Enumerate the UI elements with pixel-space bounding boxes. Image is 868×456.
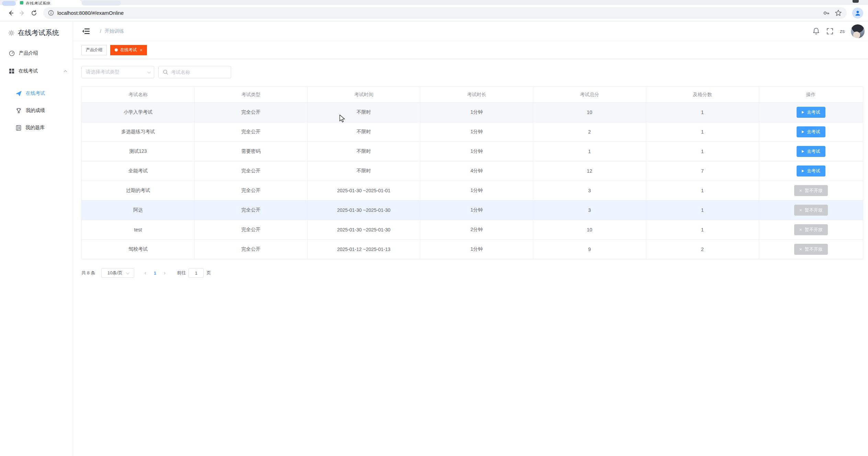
cell-type: 完全公开: [195, 181, 308, 201]
cell-duration: 1分钟: [420, 201, 533, 220]
cell-total: 2: [533, 122, 646, 142]
next-page-button[interactable]: ›: [160, 270, 169, 276]
cell-total: 10: [533, 220, 646, 240]
cell-type: 需要密码: [195, 142, 308, 161]
cell-total: 3: [533, 181, 646, 201]
cell-time: 不限时: [308, 103, 421, 122]
sidebar-item-label: 我的成绩: [26, 107, 45, 114]
cell-total: 9: [533, 240, 646, 259]
table-row[interactable]: 多选题练习考试完全公开不限时1分钟21去考试: [82, 122, 863, 142]
sidebar-item-online-exam-parent[interactable]: 在线考试: [0, 62, 73, 80]
table-header: 考试名称 考试类型 考试时间 考试时长 考试总分 及格分数 操作: [82, 87, 863, 103]
cell-time: 2025-01-30 ~2025-01-01: [308, 181, 421, 201]
bell-icon[interactable]: [812, 27, 820, 35]
site-info-icon[interactable]: [48, 10, 54, 16]
hamburger-fold-icon[interactable]: [82, 27, 90, 35]
cell-time: 不限时: [308, 142, 421, 161]
fullscreen-icon[interactable]: [826, 27, 834, 35]
table-row[interactable]: 全能考试完全公开不限时4分钟127去考试: [82, 161, 863, 181]
password-key-icon[interactable]: [822, 9, 830, 17]
sidebar-item-my-question-bank[interactable]: 我的题库: [0, 119, 73, 136]
column-header: 及格分数: [646, 87, 759, 103]
breadcrumb-separator: /: [100, 28, 101, 34]
cell-name: 小学入学考试: [82, 103, 195, 122]
page-size-select[interactable]: 10条/页: [101, 268, 134, 278]
new-tab-button[interactable]: [82, 1, 121, 5]
navbar: / 开始训练 zs: [73, 21, 868, 41]
tag-product-intro[interactable]: 产品介绍: [81, 45, 107, 55]
tab-title: 在线考试系统: [26, 1, 50, 5]
tab-search-button[interactable]: [2, 1, 16, 6]
go-exam-button[interactable]: 去考试: [797, 166, 825, 176]
sidebar-item-my-scores[interactable]: 我的成绩: [0, 102, 73, 119]
cell-total: 12: [533, 161, 646, 181]
cell-name: 多选题练习考试: [82, 122, 195, 142]
play-icon: [802, 150, 804, 153]
exam-type-select[interactable]: 请选择考试类型: [81, 66, 154, 78]
breadcrumb: / 开始训练: [100, 28, 124, 34]
cell-action: ×暂不开放: [759, 240, 863, 259]
url-bar[interactable]: localhost:8080/#/examOnline: [43, 7, 847, 19]
sidebar-item-product-intro[interactable]: 产品介绍: [0, 44, 73, 62]
cell-name: 阿达: [82, 201, 195, 220]
table-row[interactable]: 测试123需要密码不限时1分钟11去考试: [82, 142, 863, 161]
reload-button[interactable]: [28, 7, 40, 19]
table-row[interactable]: 过期的考试完全公开2025-01-30 ~2025-01-011分钟31×暂不开…: [82, 181, 863, 201]
cell-duration: 1分钟: [420, 103, 533, 122]
sidebar-item-label: 在线考试: [19, 68, 38, 74]
active-dot-icon: [115, 48, 118, 52]
column-header: 考试时间: [308, 87, 421, 103]
tag-label: 在线考试: [120, 47, 137, 53]
not-open-button[interactable]: ×暂不开放: [794, 205, 828, 216]
cell-action: 去考试: [759, 142, 863, 161]
pagination-total: 共 8 条: [81, 270, 95, 276]
sun-icon: [8, 30, 14, 36]
not-open-button[interactable]: ×暂不开放: [794, 244, 828, 255]
user-avatar[interactable]: [851, 24, 865, 38]
sidebar-item-label: 产品介绍: [19, 50, 38, 56]
cell-pass: 1: [646, 201, 759, 220]
username-label[interactable]: zs: [840, 28, 845, 34]
tags-view-bar: 产品介绍 在线考试 ×: [73, 41, 868, 59]
cell-duration: 1分钟: [420, 122, 533, 142]
table-row[interactable]: 小学入学考试完全公开不限时1分钟101去考试: [82, 103, 863, 122]
sidebar-item-online-exam[interactable]: 在线考试: [0, 85, 73, 102]
bookmark-star-icon[interactable]: [835, 9, 842, 16]
goto-page-input[interactable]: [189, 268, 204, 278]
search-input[interactable]: [171, 69, 227, 75]
search-icon: [163, 69, 168, 75]
cell-total: 3: [533, 201, 646, 220]
table-row[interactable]: test完全公开2025-01-30 ~2025-01-302分钟101×暂不开…: [82, 220, 863, 240]
browser-tab[interactable]: 在线考试系统: [16, 0, 82, 5]
pagination: 共 8 条 10条/页 ‹ 1 › 前往 页: [81, 268, 863, 278]
cell-duration: 2分钟: [420, 220, 533, 240]
go-exam-button[interactable]: 去考试: [797, 107, 825, 118]
cell-name: 测试123: [82, 142, 195, 161]
button-label: 去考试: [807, 109, 820, 115]
cell-duration: 1分钟: [420, 142, 533, 161]
cell-action: ×暂不开放: [759, 201, 863, 220]
cell-type: 完全公开: [195, 220, 308, 240]
play-icon: [802, 111, 804, 114]
browser-profile-button[interactable]: [852, 8, 863, 19]
not-open-button[interactable]: ×暂不开放: [794, 185, 828, 196]
column-header: 考试总分: [533, 87, 646, 103]
page-number-1[interactable]: 1: [150, 271, 160, 276]
close-icon[interactable]: ×: [140, 48, 142, 53]
back-button[interactable]: [5, 7, 16, 19]
table-row[interactable]: 驾校考试完全公开2025-01-12 ~2025-01-131分钟92×暂不开放: [82, 240, 863, 259]
not-open-button[interactable]: ×暂不开放: [794, 224, 828, 235]
column-header: 考试名称: [82, 87, 195, 103]
cell-name: 过期的考试: [82, 181, 195, 201]
tag-label: 产品介绍: [86, 47, 102, 53]
chevron-down-icon: [126, 271, 129, 274]
go-exam-button[interactable]: 去考试: [797, 126, 825, 137]
chevron-up-icon: [64, 70, 67, 73]
app-logo[interactable]: 在线考试系统: [0, 21, 73, 42]
go-exam-button[interactable]: 去考试: [797, 146, 825, 157]
forward-button[interactable]: [16, 7, 28, 19]
cell-name: 驾校考试: [82, 240, 195, 259]
table-row[interactable]: 阿达完全公开2025-01-30 ~2025-01-301分钟31×暂不开放: [82, 201, 863, 220]
prev-page-button[interactable]: ‹: [140, 270, 150, 276]
tag-online-exam[interactable]: 在线考试 ×: [110, 45, 147, 55]
